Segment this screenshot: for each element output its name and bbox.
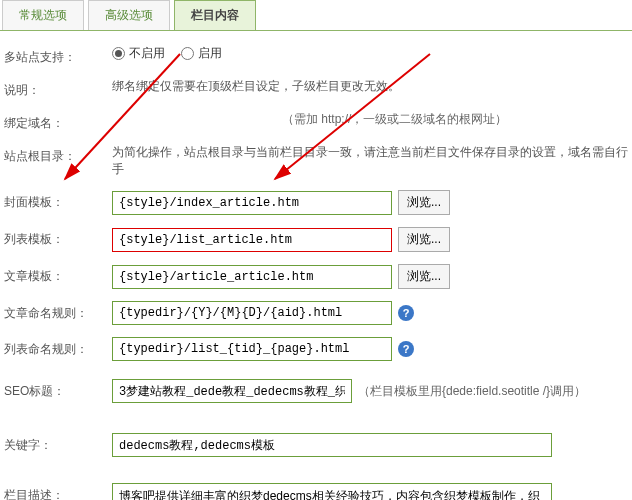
- radio-enable[interactable]: 启用: [181, 45, 222, 62]
- list-rule-input[interactable]: [112, 337, 392, 361]
- cover-browse-button[interactable]: 浏览...: [398, 190, 450, 215]
- radio-disable[interactable]: 不启用: [112, 45, 165, 62]
- article-tpl-input[interactable]: [112, 265, 392, 289]
- column-desc-textarea[interactable]: [112, 483, 552, 500]
- cover-tpl-input[interactable]: [112, 191, 392, 215]
- cover-tpl-label: 封面模板：: [4, 190, 112, 211]
- list-tpl-label: 列表模板：: [4, 227, 112, 248]
- article-tpl-label: 文章模板：: [4, 264, 112, 285]
- multisite-label: 多站点支持：: [4, 45, 112, 66]
- site-root-text: 为简化操作，站点根目录与当前栏目目录一致，请注意当前栏目文件保存目录的设置，域名…: [112, 144, 628, 178]
- help-icon[interactable]: ?: [398, 305, 414, 321]
- desc-label: 说明：: [4, 78, 112, 99]
- article-browse-button[interactable]: 浏览...: [398, 264, 450, 289]
- keywords-label: 关键字：: [4, 433, 112, 454]
- list-tpl-input[interactable]: [112, 228, 392, 252]
- bind-hint: （需加 http://，一级或二级域名的根网址）: [282, 111, 507, 128]
- help-icon[interactable]: ?: [398, 341, 414, 357]
- site-root-label: 站点根目录：: [4, 144, 112, 165]
- seo-hint: （栏目模板里用{dede:field.seotitle /}调用）: [358, 383, 586, 400]
- bind-domain-label: 绑定域名：: [4, 111, 112, 132]
- article-rule-input[interactable]: [112, 301, 392, 325]
- list-browse-button[interactable]: 浏览...: [398, 227, 450, 252]
- article-rule-label: 文章命名规则：: [4, 301, 112, 322]
- desc-text: 绑名绑定仅需要在顶级栏目设定，子级栏目更改无效。: [112, 78, 400, 95]
- seo-title-input[interactable]: [112, 379, 352, 403]
- column-desc-label: 栏目描述：: [4, 483, 112, 500]
- tab-column-content[interactable]: 栏目内容: [174, 0, 256, 30]
- tab-advanced[interactable]: 高级选项: [88, 0, 170, 30]
- keywords-input[interactable]: [112, 433, 552, 457]
- tab-general[interactable]: 常规选项: [2, 0, 84, 30]
- list-rule-label: 列表命名规则：: [4, 337, 112, 358]
- seo-title-label: SEO标题：: [4, 379, 112, 400]
